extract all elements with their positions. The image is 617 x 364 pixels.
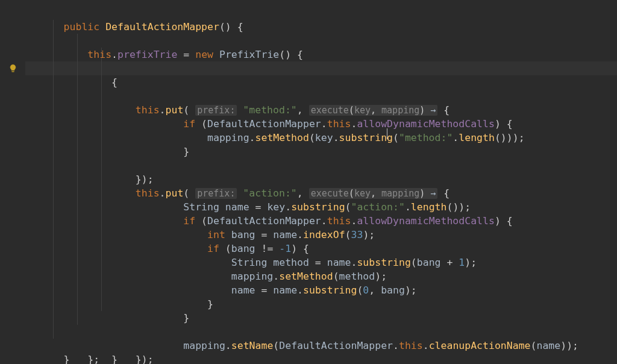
token: DefaultActionMapper [279,340,393,351]
token: if [183,118,195,130]
intention-bulb-icon[interactable] [0,61,25,75]
token: name [327,257,351,268]
token: put [166,104,184,116]
token: "method:" [243,104,296,116]
token: length [411,201,447,213]
token: public [64,21,100,33]
lambda-hint: execute(key, mapping) → [309,188,438,199]
token: setName [231,340,274,351]
token: String [231,257,268,268]
token: method [339,271,375,282]
token: String [183,201,219,213]
code-line[interactable]: public DefaultActionMapper() { [25,6,617,20]
code-editor[interactable]: public DefaultActionMapper() { this.pref… [0,0,617,364]
token: PrefixTrie [219,49,279,60]
token: substring [357,257,410,268]
code-line[interactable]: { [25,34,617,48]
token: name [536,340,560,351]
token: bang [417,257,441,268]
code-line[interactable]: } [25,89,617,103]
lambda-hint: execute(key, mapping) → [309,105,438,116]
token: put [166,187,184,199]
token: this [327,215,351,227]
parameter-hint: prefix: [195,188,237,199]
token: method [273,257,309,268]
token: allowDynamicMethodCalls [357,215,494,227]
token: this [399,340,423,351]
token: int [207,229,225,240]
token: substring [303,284,357,296]
parameter-hint: prefix: [195,105,237,116]
token: DefaultActionMapper [207,118,321,130]
token: 33 [351,229,363,240]
token: if [183,215,195,227]
token: mapping [207,132,249,143]
token: this [136,187,160,199]
token: "method:" [399,132,453,143]
token: this [136,104,160,116]
token: "action:" [243,187,296,199]
token: prefixTrie [117,49,177,60]
code-line[interactable]: if (DefaultActionMapper.this.allowDynami… [25,158,617,172]
token: new [195,49,213,60]
code-area[interactable]: public DefaultActionMapper() { this.pref… [25,6,617,364]
token: 0 [363,284,369,296]
token: mapping [183,340,225,351]
token: bang [231,243,255,254]
token: if [207,243,219,254]
code-line[interactable]: }; [25,325,617,339]
token: 1 [459,257,465,268]
token: DefaultActionMapper [207,215,321,227]
token: "action:" [351,201,405,213]
token: setMethod [279,271,333,282]
editor-gutter [0,6,25,364]
token: indexOf [303,229,345,240]
token: bang [381,284,405,296]
token: substring [339,132,393,143]
token: key [315,132,333,143]
token: bang [231,229,255,240]
token: setMethod [255,132,309,143]
code-line-active[interactable]: if (DefaultActionMapper.this.allowDynami… [25,61,617,75]
token: this [327,118,351,130]
token: length [459,132,495,143]
token: cleanupActionName [429,340,531,351]
token: mapping [231,271,274,282]
token: DefaultActionMapper [105,21,219,33]
token: name [273,284,297,296]
token: name [231,284,255,296]
token: name [225,201,249,213]
token: key [267,201,285,213]
token: this [87,49,111,60]
token: -1 [279,243,291,254]
token: name [273,229,297,240]
token: substring [291,201,345,213]
